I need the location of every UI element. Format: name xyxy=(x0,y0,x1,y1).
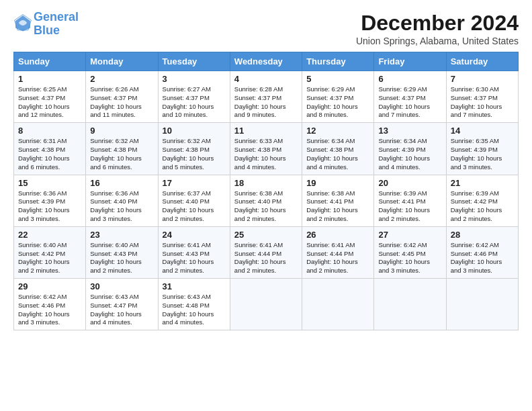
day-info: Sunrise: 6:30 AM Sunset: 4:37 PM Dayligh… xyxy=(451,85,514,120)
col-header-friday: Friday xyxy=(374,52,446,71)
day-cell-17: 17Sunrise: 6:37 AM Sunset: 4:40 PM Dayli… xyxy=(158,175,230,226)
day-cell-2: 2Sunrise: 6:26 AM Sunset: 4:37 PM Daylig… xyxy=(86,71,158,123)
day-cell-20: 20Sunrise: 6:39 AM Sunset: 4:41 PM Dayli… xyxy=(374,175,446,226)
day-cell-1: 1Sunrise: 6:25 AM Sunset: 4:37 PM Daylig… xyxy=(14,71,86,123)
day-cell-31: 31Sunrise: 6:43 AM Sunset: 4:48 PM Dayli… xyxy=(158,279,230,330)
day-number: 7 xyxy=(451,74,514,84)
day-info: Sunrise: 6:37 AM Sunset: 4:40 PM Dayligh… xyxy=(163,189,226,224)
week-row-4: 22Sunrise: 6:40 AM Sunset: 4:42 PM Dayli… xyxy=(14,226,519,278)
calendar-table: SundayMondayTuesdayWednesdayThursdayFrid… xyxy=(13,52,519,330)
week-row-5: 29Sunrise: 6:42 AM Sunset: 4:46 PM Dayli… xyxy=(14,279,519,330)
day-number: 1 xyxy=(18,74,81,84)
day-number: 13 xyxy=(378,126,441,136)
day-info: Sunrise: 6:42 AM Sunset: 4:46 PM Dayligh… xyxy=(451,241,514,275)
day-cell-29: 29Sunrise: 6:42 AM Sunset: 4:46 PM Dayli… xyxy=(14,279,86,330)
day-number: 23 xyxy=(90,230,153,240)
subtitle: Union Springs, Alabama, United States xyxy=(356,36,519,46)
col-header-tuesday: Tuesday xyxy=(158,52,230,71)
day-info: Sunrise: 6:41 AM Sunset: 4:44 PM Dayligh… xyxy=(306,241,369,275)
day-cell-25: 25Sunrise: 6:41 AM Sunset: 4:44 PM Dayli… xyxy=(230,226,302,278)
day-number: 26 xyxy=(306,230,369,240)
day-cell-19: 19Sunrise: 6:38 AM Sunset: 4:41 PM Dayli… xyxy=(302,175,374,226)
day-number: 12 xyxy=(306,126,369,136)
day-number: 11 xyxy=(234,126,298,136)
main-title: December 2024 xyxy=(356,11,519,36)
day-number: 24 xyxy=(163,230,226,240)
day-info: Sunrise: 6:32 AM Sunset: 4:38 PM Dayligh… xyxy=(163,137,226,171)
day-number: 19 xyxy=(306,178,369,188)
day-cell-28: 28Sunrise: 6:42 AM Sunset: 4:46 PM Dayli… xyxy=(446,226,518,278)
week-row-1: 1Sunrise: 6:25 AM Sunset: 4:37 PM Daylig… xyxy=(14,71,519,123)
day-cell-11: 11Sunrise: 6:33 AM Sunset: 4:38 PM Dayli… xyxy=(230,123,302,175)
col-header-wednesday: Wednesday xyxy=(230,52,302,71)
page: General Blue December 2024 Union Springs… xyxy=(0,0,532,411)
day-cell-22: 22Sunrise: 6:40 AM Sunset: 4:42 PM Dayli… xyxy=(14,226,86,278)
day-info: Sunrise: 6:29 AM Sunset: 4:37 PM Dayligh… xyxy=(306,85,369,120)
header: General Blue December 2024 Union Springs… xyxy=(13,11,519,46)
day-info: Sunrise: 6:40 AM Sunset: 4:42 PM Dayligh… xyxy=(18,241,81,275)
day-info: Sunrise: 6:38 AM Sunset: 4:41 PM Dayligh… xyxy=(306,189,369,224)
day-info: Sunrise: 6:32 AM Sunset: 4:38 PM Dayligh… xyxy=(90,137,153,171)
logo-icon xyxy=(13,13,32,32)
day-cell-14: 14Sunrise: 6:35 AM Sunset: 4:39 PM Dayli… xyxy=(446,123,518,175)
day-cell-24: 24Sunrise: 6:41 AM Sunset: 4:43 PM Dayli… xyxy=(158,226,230,278)
day-number: 31 xyxy=(163,281,226,291)
day-number: 10 xyxy=(163,126,226,136)
day-cell-3: 3Sunrise: 6:27 AM Sunset: 4:37 PM Daylig… xyxy=(158,71,230,123)
day-cell-12: 12Sunrise: 6:34 AM Sunset: 4:38 PM Dayli… xyxy=(302,123,374,175)
day-number: 8 xyxy=(18,126,81,136)
day-info: Sunrise: 6:36 AM Sunset: 4:40 PM Dayligh… xyxy=(90,189,153,224)
day-cell-13: 13Sunrise: 6:34 AM Sunset: 4:39 PM Dayli… xyxy=(374,123,446,175)
empty-cell xyxy=(302,279,374,330)
day-number: 4 xyxy=(234,74,298,84)
day-number: 28 xyxy=(451,230,514,240)
day-cell-30: 30Sunrise: 6:43 AM Sunset: 4:47 PM Dayli… xyxy=(86,279,158,330)
day-number: 21 xyxy=(451,178,514,188)
day-number: 2 xyxy=(90,74,153,84)
day-cell-26: 26Sunrise: 6:41 AM Sunset: 4:44 PM Dayli… xyxy=(302,226,374,278)
day-cell-16: 16Sunrise: 6:36 AM Sunset: 4:40 PM Dayli… xyxy=(86,175,158,226)
header-row: SundayMondayTuesdayWednesdayThursdayFrid… xyxy=(14,52,519,71)
day-number: 6 xyxy=(378,74,441,84)
day-info: Sunrise: 6:26 AM Sunset: 4:37 PM Dayligh… xyxy=(90,85,153,120)
day-number: 5 xyxy=(306,74,369,84)
empty-cell xyxy=(374,279,446,330)
day-info: Sunrise: 6:38 AM Sunset: 4:40 PM Dayligh… xyxy=(234,189,298,224)
day-info: Sunrise: 6:33 AM Sunset: 4:38 PM Dayligh… xyxy=(234,137,298,171)
day-number: 15 xyxy=(18,178,81,188)
day-info: Sunrise: 6:29 AM Sunset: 4:37 PM Dayligh… xyxy=(378,85,441,120)
day-info: Sunrise: 6:34 AM Sunset: 4:39 PM Dayligh… xyxy=(378,137,441,171)
day-number: 25 xyxy=(234,230,298,240)
day-info: Sunrise: 6:42 AM Sunset: 4:46 PM Dayligh… xyxy=(18,293,81,327)
day-number: 27 xyxy=(378,230,441,240)
day-cell-7: 7Sunrise: 6:30 AM Sunset: 4:37 PM Daylig… xyxy=(446,71,518,123)
day-info: Sunrise: 6:36 AM Sunset: 4:39 PM Dayligh… xyxy=(18,189,81,224)
day-info: Sunrise: 6:25 AM Sunset: 4:37 PM Dayligh… xyxy=(18,85,81,120)
day-cell-23: 23Sunrise: 6:40 AM Sunset: 4:43 PM Dayli… xyxy=(86,226,158,278)
day-info: Sunrise: 6:40 AM Sunset: 4:43 PM Dayligh… xyxy=(90,241,153,275)
day-number: 18 xyxy=(234,178,298,188)
day-cell-10: 10Sunrise: 6:32 AM Sunset: 4:38 PM Dayli… xyxy=(158,123,230,175)
day-cell-5: 5Sunrise: 6:29 AM Sunset: 4:37 PM Daylig… xyxy=(302,71,374,123)
day-cell-18: 18Sunrise: 6:38 AM Sunset: 4:40 PM Dayli… xyxy=(230,175,302,226)
day-number: 16 xyxy=(90,178,153,188)
day-number: 22 xyxy=(18,230,81,240)
day-number: 17 xyxy=(163,178,226,188)
day-info: Sunrise: 6:39 AM Sunset: 4:42 PM Dayligh… xyxy=(451,189,514,224)
logo-general: General xyxy=(34,10,79,24)
logo: General Blue xyxy=(13,11,79,38)
day-cell-15: 15Sunrise: 6:36 AM Sunset: 4:39 PM Dayli… xyxy=(14,175,86,226)
title-block: December 2024 Union Springs, Alabama, Un… xyxy=(356,11,519,46)
col-header-thursday: Thursday xyxy=(302,52,374,71)
week-row-2: 8Sunrise: 6:31 AM Sunset: 4:38 PM Daylig… xyxy=(14,123,519,175)
empty-cell xyxy=(446,279,518,330)
day-info: Sunrise: 6:35 AM Sunset: 4:39 PM Dayligh… xyxy=(451,137,514,171)
day-info: Sunrise: 6:27 AM Sunset: 4:37 PM Dayligh… xyxy=(163,85,226,120)
day-info: Sunrise: 6:42 AM Sunset: 4:45 PM Dayligh… xyxy=(378,241,441,275)
col-header-saturday: Saturday xyxy=(446,52,518,71)
day-cell-4: 4Sunrise: 6:28 AM Sunset: 4:37 PM Daylig… xyxy=(230,71,302,123)
logo-text: General Blue xyxy=(34,11,79,38)
col-header-sunday: Sunday xyxy=(14,52,86,71)
day-info: Sunrise: 6:34 AM Sunset: 4:38 PM Dayligh… xyxy=(306,137,369,171)
logo-blue: Blue xyxy=(34,24,60,37)
